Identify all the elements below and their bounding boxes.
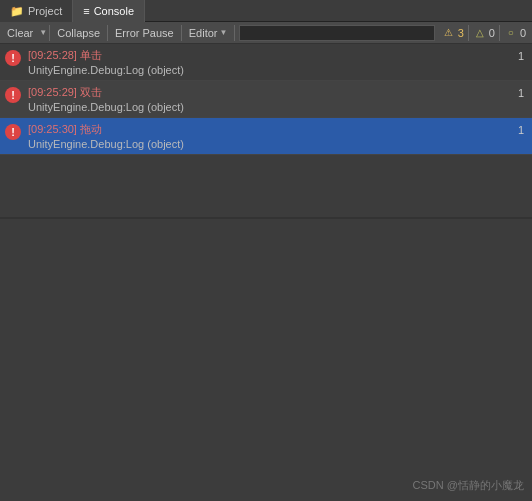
- warn-badge[interactable]: ⚠ 3: [442, 26, 464, 40]
- log-area: ! [09:25:28] 单击 UnityEngine.Debug:Log (o…: [0, 44, 532, 219]
- tab-console-label: Console: [94, 5, 134, 17]
- error-circle-2: !: [5, 87, 21, 103]
- editor-button[interactable]: Editor ▼: [184, 24, 233, 42]
- log-icon-1: !: [0, 44, 26, 80]
- error-count-1: 0: [489, 27, 495, 39]
- log-count-1: 1: [510, 44, 532, 80]
- tab-project[interactable]: 📁 Project: [0, 0, 73, 22]
- delta-icon: △: [473, 26, 487, 40]
- separator-2: [107, 25, 108, 41]
- error-pause-label: Error Pause: [115, 27, 174, 39]
- clear-button[interactable]: Clear: [2, 24, 38, 42]
- clear-dropdown[interactable]: ▼: [39, 28, 47, 37]
- separator-6: [499, 25, 500, 41]
- error-badge-2[interactable]: ○ 0: [504, 26, 526, 40]
- log-row-2[interactable]: ! [09:25:29] 双击 UnityEngine.Debug:Log (o…: [0, 81, 532, 118]
- collapse-button[interactable]: Collapse: [52, 24, 105, 42]
- separator-1: [49, 25, 50, 41]
- log-line1-2: [09:25:29] 双击: [28, 85, 508, 100]
- detail-area: [0, 219, 532, 500]
- log-row-3[interactable]: ! [09:25:30] 拖动 UnityEngine.Debug:Log (o…: [0, 118, 532, 155]
- log-icon-3: !: [0, 118, 26, 154]
- editor-dropdown-arrow: ▼: [219, 28, 227, 37]
- log-content-3: [09:25:30] 拖动 UnityEngine.Debug:Log (obj…: [26, 118, 510, 154]
- log-count-2: 1: [510, 81, 532, 117]
- error-circle-3: !: [5, 124, 21, 140]
- error-circle-1: !: [5, 50, 21, 66]
- log-line2-1: UnityEngine.Debug:Log (object): [28, 64, 508, 76]
- log-line2-3: UnityEngine.Debug:Log (object): [28, 138, 508, 150]
- log-count-3: 1: [510, 118, 532, 154]
- toolbar: Clear ▼ Collapse Error Pause Editor ▼ ⚠ …: [0, 22, 532, 44]
- collapse-label: Collapse: [57, 27, 100, 39]
- warn-count: 3: [458, 27, 464, 39]
- tab-project-label: Project: [28, 5, 62, 17]
- search-input[interactable]: [239, 25, 434, 41]
- project-icon: 📁: [10, 5, 24, 18]
- separator-4: [234, 25, 235, 41]
- error-badge-1[interactable]: △ 0: [473, 26, 495, 40]
- log-icon-2: !: [0, 81, 26, 117]
- tab-bar: 📁 Project ≡ Console: [0, 0, 532, 22]
- log-line1-1: [09:25:28] 单击: [28, 48, 508, 63]
- log-line2-2: UnityEngine.Debug:Log (object): [28, 101, 508, 113]
- clear-label: Clear: [7, 27, 33, 39]
- separator-5: [468, 25, 469, 41]
- badge-group: ⚠ 3 △ 0 ○ 0: [438, 25, 530, 41]
- circle-icon: ○: [504, 26, 518, 40]
- log-row-1[interactable]: ! [09:25:28] 单击 UnityEngine.Debug:Log (o…: [0, 44, 532, 81]
- editor-label: Editor: [189, 27, 218, 39]
- log-content-2: [09:25:29] 双击 UnityEngine.Debug:Log (obj…: [26, 81, 510, 117]
- log-line1-3: [09:25:30] 拖动: [28, 122, 508, 137]
- log-content-1: [09:25:28] 单击 UnityEngine.Debug:Log (obj…: [26, 44, 510, 80]
- tab-console[interactable]: ≡ Console: [73, 0, 145, 22]
- warn-icon: ⚠: [442, 26, 456, 40]
- separator-3: [181, 25, 182, 41]
- error-count-2: 0: [520, 27, 526, 39]
- console-icon: ≡: [83, 5, 89, 17]
- error-pause-button[interactable]: Error Pause: [110, 24, 179, 42]
